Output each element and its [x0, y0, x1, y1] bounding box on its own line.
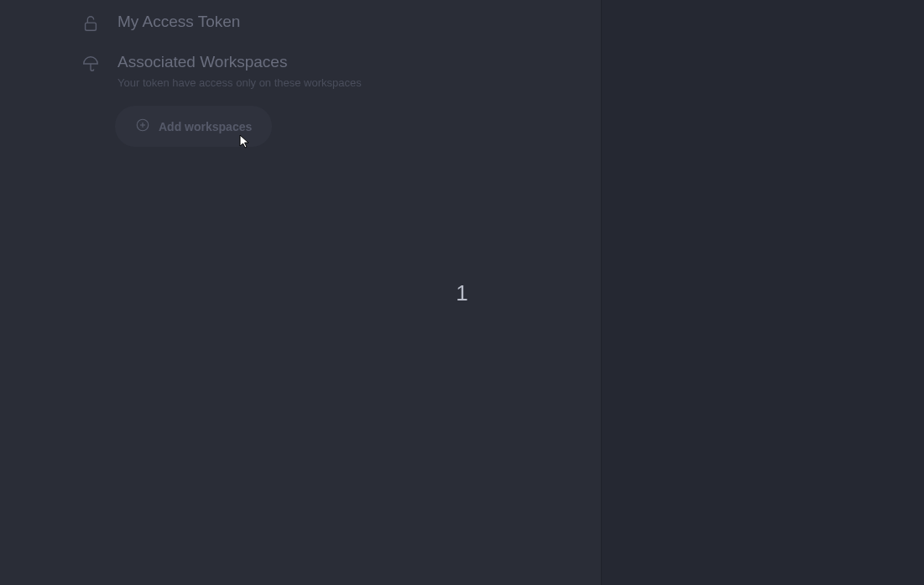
panel-divider — [601, 0, 602, 585]
right-panel — [601, 0, 924, 585]
workspaces-text-block: Associated Workspaces Your token have ac… — [117, 52, 362, 89]
access-token-title: My Access Token — [117, 12, 240, 33]
access-token-section: My Access Token — [81, 12, 240, 34]
umbrella-icon — [81, 54, 101, 74]
add-workspaces-button[interactable]: Add workspaces — [115, 106, 272, 147]
svg-rect-0 — [86, 23, 97, 30]
workspaces-section: Associated Workspaces Your token have ac… — [81, 52, 362, 89]
workspaces-title: Associated Workspaces — [117, 52, 362, 73]
center-indicator: 1 — [456, 279, 467, 306]
workspaces-subtitle: Your token have access only on these wor… — [117, 76, 362, 89]
add-workspaces-label: Add workspaces — [159, 120, 252, 133]
plus-circle-icon — [135, 118, 150, 135]
lock-icon — [81, 13, 101, 34]
